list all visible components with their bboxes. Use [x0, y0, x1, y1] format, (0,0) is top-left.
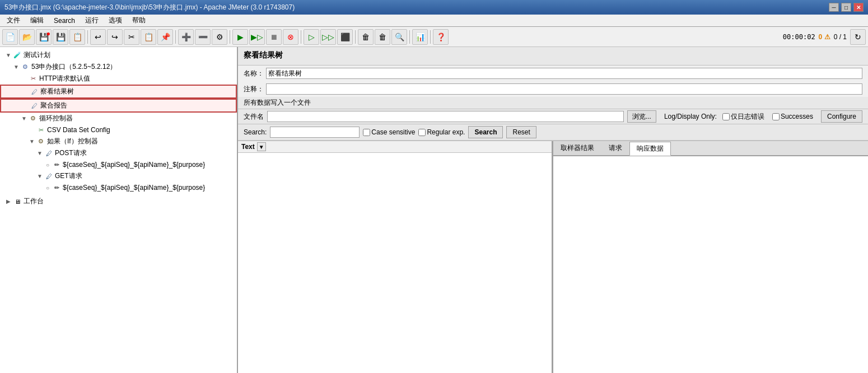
redo-button[interactable]: ↪	[107, 29, 123, 45]
csvconfig-icon: ✂	[36, 125, 46, 134]
remove-button[interactable]: ➖	[195, 29, 211, 45]
tree-item-testplan[interactable]: ▼ 🧪 测试计划	[0, 49, 237, 61]
play-no-pause-button[interactable]: ▶▷	[249, 29, 265, 45]
menu-help[interactable]: 帮助	[128, 15, 150, 26]
search-label: Search:	[244, 128, 267, 136]
remote-stop-button[interactable]: ⬛	[337, 29, 353, 45]
text-dropdown-button[interactable]: ▼	[257, 142, 266, 151]
expander-agg	[21, 102, 29, 109]
refresh-button[interactable]: ↻	[850, 29, 866, 45]
new-button[interactable]: 📄	[2, 29, 18, 45]
sep5	[355, 30, 356, 44]
tree-item-httpdefaults[interactable]: ✂ HTTP请求默认值	[0, 73, 237, 85]
cut-button[interactable]: ✂	[124, 29, 139, 45]
save-button[interactable]: 💾	[53, 29, 68, 45]
shutdown-button[interactable]: ⊗	[283, 29, 298, 45]
minimize-button[interactable]: ─	[829, 3, 839, 12]
undo-button[interactable]: ↩	[90, 29, 106, 45]
case-sensitive-checkbox[interactable]	[363, 129, 370, 136]
browse-button[interactable]: 浏览...	[627, 110, 656, 123]
log-display-label: Log/Display Only:	[664, 113, 717, 120]
func-button[interactable]: ⚙	[212, 29, 227, 45]
reset-button[interactable]: Reset	[506, 126, 536, 138]
tree-item-workbench[interactable]: ▶ 🖥 工作台	[0, 195, 237, 207]
postvar-label: ${caseSeq}_${apiSeq}_${apiName}_${purpos…	[63, 161, 205, 169]
name-input[interactable]	[266, 68, 862, 79]
tree-item-loopcontroller[interactable]: ▼ ⚙ 循环控制器	[0, 113, 237, 124]
window-controls: ─ □ ✕	[829, 3, 864, 12]
expander-http	[20, 76, 28, 82]
toolbar: 📄 📂 ● 💾 💾 📋 ↩ ↪ ✂ 📋 📌 ➕ ➖ ⚙ ▶ ▶▷ ⏹ ⊗ ▷ ▷…	[0, 27, 868, 47]
expander-get[interactable]: ▼	[36, 173, 44, 179]
aggreport-icon: 🖊	[29, 101, 39, 110]
add-button[interactable]: ➕	[178, 29, 194, 45]
stop-button[interactable]: ⏹	[266, 29, 282, 45]
regex-checkbox[interactable]	[418, 129, 426, 136]
menu-search[interactable]: Search	[49, 16, 80, 26]
tree-item-getrequest[interactable]: ▼ 🖊 GET请求	[0, 170, 237, 182]
play-button[interactable]: ▶	[232, 29, 248, 45]
remote-play-all-button[interactable]: ▷▷	[320, 29, 336, 45]
filename-input[interactable]	[267, 111, 624, 122]
menu-edit[interactable]: 编辑	[26, 15, 48, 26]
tree-item-aggreport[interactable]: 🖊 聚合报告	[0, 99, 237, 113]
sep1	[87, 30, 88, 44]
expander-workbench[interactable]: ▶	[4, 198, 12, 204]
tree-item-getvar[interactable]: ○ ✏ ${caseSeq}_${apiSeq}_${apiName}_${pu…	[0, 182, 237, 193]
expander-post[interactable]: ▼	[36, 150, 44, 156]
expander-loop[interactable]: ▼	[20, 115, 28, 122]
configure-button[interactable]: Configure	[821, 110, 862, 123]
tab-request[interactable]: 请求	[601, 141, 629, 155]
tree-item-postrequest[interactable]: ▼ 🖊 POST请求	[0, 147, 237, 159]
expander-testplan[interactable]: ▼	[4, 52, 12, 58]
ifcontroller-label: 如果（If）控制器	[47, 137, 98, 146]
clear-all-button[interactable]: 🗑	[375, 29, 390, 45]
menu-run[interactable]: 运行	[81, 15, 103, 26]
close-tb-button[interactable]: ● 💾	[36, 29, 52, 45]
search-tb-button[interactable]: 🔍	[391, 29, 407, 45]
search-input[interactable]	[270, 127, 360, 138]
titlebar: 53申办接口.jmx (G:\apache-jmeter-3.0\bin\jmx…	[0, 0, 868, 15]
getvar-icon: ✏	[52, 183, 62, 192]
getrequest-icon: 🖊	[44, 172, 54, 181]
expander-if[interactable]: ▼	[28, 138, 36, 144]
errors-only-checkbox[interactable]	[722, 113, 730, 120]
results-content-area[interactable]	[553, 156, 869, 373]
remote-play-button[interactable]: ▷	[304, 29, 319, 45]
tree-item-postvar[interactable]: ○ ✏ ${caseSeq}_${apiSeq}_${apiName}_${pu…	[0, 159, 237, 170]
open-button[interactable]: 📂	[19, 29, 35, 45]
save-template-button[interactable]: 📋	[69, 29, 85, 45]
right-panel: 察看结果树 名称： 注释： 所有数据写入一个文件 文件名 浏览... Log/D…	[238, 47, 868, 373]
main-container: ▼ 🧪 测试计划 ▼ ⚙ 53申办接口（5.2.5~5.2.12） ✂ HTTP…	[0, 47, 868, 373]
name-label: 名称：	[244, 69, 266, 78]
panel-header: 察看结果树	[238, 47, 868, 66]
clear-button[interactable]: 🗑	[358, 29, 374, 45]
tree-item-csvconfig[interactable]: ✂ CSV Data Set Config	[0, 124, 237, 136]
paste-button[interactable]: 📌	[157, 29, 173, 45]
viewresultstree-icon: 🖊	[29, 87, 39, 96]
tree-item-threadgroup[interactable]: ▼ ⚙ 53申办接口（5.2.5~5.2.12）	[0, 61, 237, 73]
httpdefaults-label: HTTP请求默认值	[39, 74, 90, 83]
comment-input[interactable]	[266, 83, 862, 95]
error-counter: 0 / 1	[834, 33, 847, 41]
tab-sampler-result[interactable]: 取样器结果	[553, 141, 601, 155]
close-button[interactable]: ✕	[853, 3, 864, 12]
help-tb-button[interactable]: ❓	[433, 29, 449, 45]
copy-button[interactable]: 📋	[141, 29, 156, 45]
tree-item-viewresultstree[interactable]: 🖊 察看结果树	[0, 85, 237, 99]
successes-checkbox[interactable]	[772, 113, 780, 120]
httpdefaults-icon: ✂	[28, 74, 38, 83]
search-button[interactable]: Search	[468, 126, 503, 138]
results-tabs: 取样器结果 请求 响应数据	[553, 141, 869, 156]
results-panel: 取样器结果 请求 响应数据	[553, 141, 869, 373]
expander-threadgroup[interactable]: ▼	[12, 64, 20, 70]
text-content-area[interactable]	[238, 153, 552, 373]
all-data-label: 所有数据写入一个文件	[238, 97, 868, 109]
aggreport-label: 聚合报告	[40, 101, 67, 110]
tree-item-ifcontroller[interactable]: ▼ ⚙ 如果（If）控制器	[0, 136, 237, 147]
tab-response-data[interactable]: 响应数据	[629, 142, 671, 156]
maximize-button[interactable]: □	[841, 3, 851, 12]
menu-options[interactable]: 选项	[104, 15, 127, 26]
menu-file[interactable]: 文件	[2, 15, 25, 26]
report-button[interactable]: 📊	[412, 29, 428, 45]
